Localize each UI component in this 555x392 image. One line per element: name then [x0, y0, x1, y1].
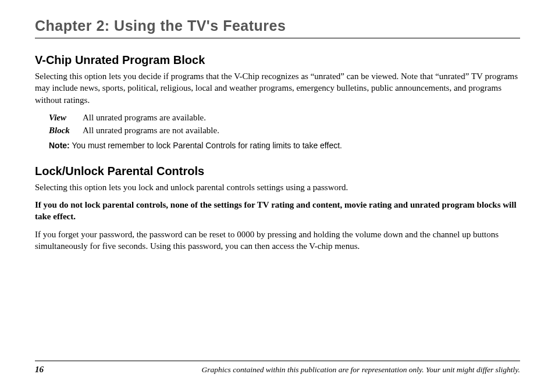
section-vchip-unrated: V-Chip Unrated Program Block Selecting t…	[35, 54, 520, 152]
body-paragraph: Selecting this option lets you lock and …	[35, 181, 520, 193]
definition-list: View All unrated programs are available.…	[49, 112, 520, 137]
definition-item: View All unrated programs are available.	[49, 112, 520, 124]
definition-desc: All unrated programs are available.	[83, 112, 206, 124]
definition-term: Block	[49, 124, 78, 137]
footer-disclaimer: Graphics contained within this publicati…	[202, 365, 520, 375]
definition-item: Block All unrated programs are not avail…	[49, 124, 520, 137]
note-label: Note:	[49, 141, 70, 150]
definition-desc: All unrated programs are not available.	[83, 124, 219, 137]
manual-page: Chapter 2: Using the TV's Features V-Chi…	[0, 0, 555, 392]
section-heading: V-Chip Unrated Program Block	[35, 54, 520, 67]
page-footer: 16 Graphics contained within this public…	[35, 361, 520, 375]
page-number: 16	[35, 365, 44, 375]
body-paragraph-emphasis: If you do not lock parental controls, no…	[35, 199, 520, 223]
section-intro: Selecting this option lets you decide if…	[35, 70, 520, 106]
chapter-title: Chapter 2: Using the TV's Features	[35, 17, 520, 38]
body-paragraph: If you forget your password, the passwor…	[35, 229, 520, 252]
note-text: You must remember to lock Parental Contr…	[72, 141, 342, 150]
definition-term: View	[49, 112, 78, 124]
section-lock-unlock: Lock/Unlock Parental Controls Selecting …	[35, 165, 520, 252]
note: Note: You must remember to lock Parental…	[49, 140, 520, 152]
section-heading: Lock/Unlock Parental Controls	[35, 165, 520, 178]
